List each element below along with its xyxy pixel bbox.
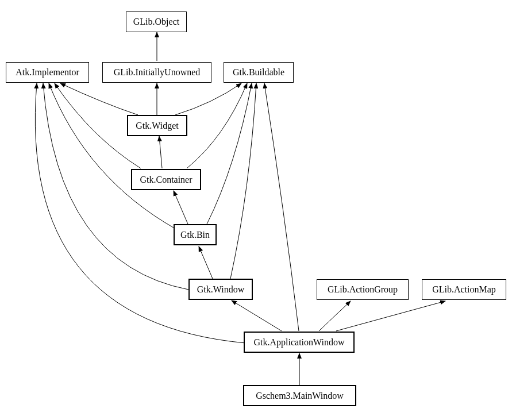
node-gtk-window: Gtk.Window	[188, 279, 253, 300]
node-label: GLib.ActionGroup	[328, 284, 398, 295]
node-atk-implementor: Atk.Implementor	[6, 62, 89, 83]
node-glib-actionmap: GLib.ActionMap	[422, 279, 506, 300]
node-glib-initiallyunowned: GLib.InitiallyUnowned	[102, 62, 211, 83]
node-gtk-widget: Gtk.Widget	[127, 115, 187, 136]
node-label: Gtk.ApplicationWindow	[254, 337, 345, 348]
node-label: GLib.ActionMap	[432, 284, 496, 295]
node-gtk-buildable: Gtk.Buildable	[224, 62, 294, 83]
node-label: Gtk.Window	[197, 284, 244, 295]
node-label: Gschem3.MainWindow	[256, 391, 344, 401]
node-gtk-container: Gtk.Container	[131, 169, 201, 190]
node-label: Gtk.Bin	[180, 230, 210, 240]
node-gschem3-mainwindow: Gschem3.MainWindow	[243, 385, 356, 406]
node-label: GLib.InitiallyUnowned	[114, 67, 201, 78]
node-glib-object: GLib.Object	[126, 11, 187, 32]
node-gtk-bin: Gtk.Bin	[174, 224, 217, 245]
node-label: GLib.Object	[133, 17, 179, 27]
node-label: Atk.Implementor	[16, 67, 79, 78]
node-glib-actiongroup: GLib.ActionGroup	[317, 279, 409, 300]
node-label: Gtk.Container	[140, 175, 192, 185]
node-label: Gtk.Buildable	[233, 67, 284, 78]
node-gtk-applicationwindow: Gtk.ApplicationWindow	[244, 332, 355, 353]
node-label: Gtk.Widget	[136, 121, 178, 131]
